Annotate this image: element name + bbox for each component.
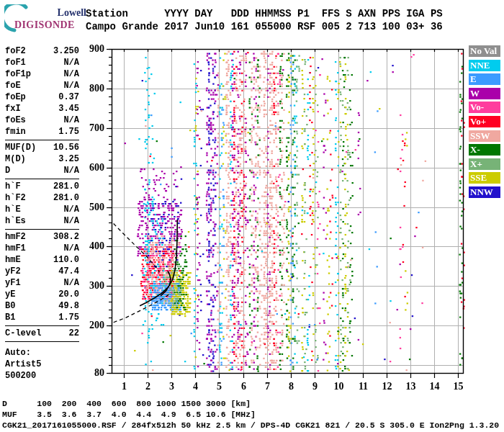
param-label: foEp bbox=[5, 92, 26, 104]
param-label: foF1p bbox=[5, 69, 31, 81]
param-value: 49.8 bbox=[58, 301, 79, 312]
logo-digisonde-text: DIGISONDE bbox=[14, 19, 75, 31]
param-divider bbox=[5, 229, 79, 230]
param-label: yE bbox=[5, 289, 15, 301]
param-row-hf: h`F281.0 bbox=[5, 181, 79, 193]
legend-item-x+: X+ bbox=[469, 158, 500, 170]
param-label: foE bbox=[5, 81, 21, 92]
param-value: 3.45 bbox=[58, 104, 79, 115]
param-label: C-level bbox=[5, 328, 41, 340]
param-row-yf1: yF1N/A bbox=[5, 278, 79, 289]
param-divider bbox=[5, 341, 79, 342]
legend-item-nnw: NNW bbox=[469, 186, 500, 198]
param-value: 1.75 bbox=[58, 312, 79, 324]
param-row-foep: foEp0.37 bbox=[5, 92, 79, 104]
param-label: MUF(D) bbox=[5, 143, 36, 154]
distance-scale-row: D 100 200 400 600 800 1000 1500 3000 [km… bbox=[2, 399, 251, 408]
param-row-fof1: foF1N/A bbox=[5, 58, 79, 69]
param-row-md: M(D)3.25 bbox=[5, 154, 79, 166]
param-label: hmF2 bbox=[5, 232, 26, 243]
param-row-clevel: C-level22 bbox=[5, 328, 79, 340]
param-label: fmin bbox=[5, 127, 26, 138]
param-value: N/A bbox=[63, 69, 79, 81]
param-label: D bbox=[5, 166, 10, 177]
param-divider bbox=[5, 179, 79, 179]
param-value: 0.37 bbox=[58, 92, 79, 104]
legend-item-noval: No Val bbox=[469, 45, 500, 57]
logo-lowell-text: Lowell bbox=[58, 7, 86, 19]
param-value: 308.2 bbox=[53, 232, 79, 243]
param-value: N/A bbox=[63, 81, 79, 92]
param-text-auto: Auto: bbox=[5, 348, 79, 359]
param-row-fxi: fxI3.45 bbox=[5, 104, 79, 115]
param-value: N/A bbox=[63, 204, 79, 216]
echo-direction-legend: No ValNNEEWVo-Vo+SSWX-X+SSENNW bbox=[469, 45, 500, 201]
param-value: 281.0 bbox=[53, 181, 79, 193]
param-value: 1.75 bbox=[58, 127, 79, 138]
param-value: N/A bbox=[63, 243, 79, 255]
param-row-hmf2: hmF2308.2 bbox=[5, 232, 79, 243]
param-row-b0: B049.8 bbox=[5, 301, 79, 312]
param-label: foF2 bbox=[5, 46, 26, 58]
param-label: h`E bbox=[5, 204, 21, 216]
param-value: N/A bbox=[63, 166, 79, 177]
param-row-hme: hmE110.0 bbox=[5, 255, 79, 266]
legend-item-nne: NNE bbox=[469, 60, 500, 71]
file-info-line: CGK21_2017161055000.RSF / 284fx512h 50 k… bbox=[2, 420, 499, 430]
param-value: 3.25 bbox=[58, 154, 79, 166]
param-divider bbox=[5, 325, 79, 326]
param-row-fof1p: foF1pN/A bbox=[5, 69, 79, 81]
param-text-artist5: Artist5 bbox=[5, 359, 79, 371]
legend-item-e: E bbox=[469, 73, 500, 85]
param-label: fxI bbox=[5, 104, 21, 115]
param-label: B0 bbox=[5, 301, 15, 312]
param-label: B1 bbox=[5, 312, 15, 324]
param-label: hmE bbox=[5, 255, 21, 266]
param-divider bbox=[5, 140, 79, 140]
param-row-foe: foEN/A bbox=[5, 81, 79, 92]
param-row-b1: B11.75 bbox=[5, 312, 79, 324]
param-label: M(D) bbox=[5, 154, 26, 166]
param-row-hmf1: hmF1N/A bbox=[5, 243, 79, 255]
lowell-digisonde-logo: Lowell DIGISONDE bbox=[4, 4, 89, 36]
param-row-hes: h`EsN/A bbox=[5, 216, 79, 228]
legend-item-x-: X- bbox=[469, 144, 500, 156]
header-field-names-row: Station YYYY DAY DDD HHMMSS P1 FFS S AXN… bbox=[86, 8, 443, 19]
muf-scale-row: MUF 3.5 3.6 3.7 4.0 4.4 4.9 6.5 10.6 [MH… bbox=[2, 410, 256, 419]
param-row-yf2: yF247.4 bbox=[5, 266, 79, 278]
param-value: 281.0 bbox=[53, 193, 79, 204]
param-value: 10.56 bbox=[53, 143, 79, 154]
param-row-foes: foEsN/A bbox=[5, 115, 79, 127]
scaled-parameters-panel: foF23.250foF1N/AfoF1pN/AfoEN/AfoEp0.37fx… bbox=[5, 46, 79, 382]
param-value: N/A bbox=[63, 278, 79, 289]
param-label: foEs bbox=[5, 115, 26, 127]
param-row-ye: yE20.0 bbox=[5, 289, 79, 301]
param-label: h`F bbox=[5, 181, 21, 193]
legend-item-vo+: Vo+ bbox=[469, 116, 500, 127]
param-value: 110.0 bbox=[53, 255, 79, 266]
param-value: 22 bbox=[69, 328, 79, 340]
param-label: h`Es bbox=[5, 216, 26, 228]
legend-item-w: W bbox=[469, 88, 500, 99]
param-label: h`F2 bbox=[5, 193, 26, 204]
param-label: yF2 bbox=[5, 266, 21, 278]
legend-item-ssw: SSW bbox=[469, 130, 500, 142]
header-field-values-row: Campo Grande 2017 Jun10 161 055000 RSF 0… bbox=[86, 21, 443, 32]
param-row-fmin: fmin1.75 bbox=[5, 127, 79, 138]
param-row-he: h`EN/A bbox=[5, 204, 79, 216]
param-label: foF1 bbox=[5, 58, 26, 69]
param-value: 20.0 bbox=[58, 289, 79, 301]
param-value: 47.4 bbox=[58, 266, 79, 278]
param-row-hf2: h`F2281.0 bbox=[5, 193, 79, 204]
param-value: N/A bbox=[63, 115, 79, 127]
param-row-mufd: MUF(D)10.56 bbox=[5, 143, 79, 154]
param-label: yF1 bbox=[5, 278, 21, 289]
param-value: N/A bbox=[63, 58, 79, 69]
param-text-500200: 500200 bbox=[5, 371, 79, 382]
param-row-fof2: foF23.250 bbox=[5, 46, 79, 58]
legend-item-sse: SSE bbox=[469, 172, 500, 184]
param-value: 3.250 bbox=[53, 46, 79, 58]
digisonde-ionogram-viewer: Lowell DIGISONDE Station YYYY DAY DDD HH… bbox=[0, 0, 504, 432]
param-label: hmF1 bbox=[5, 243, 26, 255]
param-value: N/A bbox=[63, 216, 79, 228]
